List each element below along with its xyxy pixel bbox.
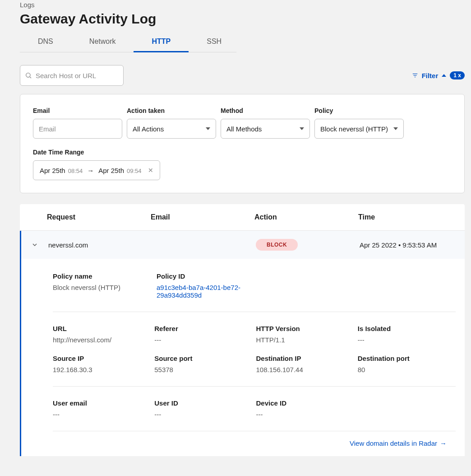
filter-policy-label: Policy <box>314 107 405 114</box>
arrow-right-icon: → <box>87 167 94 174</box>
tab-dns[interactable]: DNS <box>20 33 71 52</box>
filter-panel: Email Email Action taken All Actions Met… <box>20 94 465 193</box>
log-table: Request Email Action Time neverssl.com B… <box>20 204 465 456</box>
svg-marker-5 <box>442 74 446 77</box>
tab-network[interactable]: Network <box>71 33 134 52</box>
breadcrumb[interactable]: Logs <box>20 1 471 9</box>
filter-policy-value: Block neverssl (HTTP) <box>320 125 388 133</box>
label-destination-port: Destination port <box>358 355 456 362</box>
label-destination-ip: Destination IP <box>256 355 354 362</box>
cell-time: Apr 25 2022 • 9:53:53 AM <box>360 241 465 249</box>
tabs: DNS Network HTTP SSH <box>20 33 236 52</box>
time-end: 09:54 <box>127 168 142 174</box>
value-referer: --- <box>154 336 252 344</box>
chevron-down-icon <box>393 127 398 130</box>
filter-count-badge: 1 x <box>450 71 465 79</box>
filter-toggle[interactable]: Filter 1 x <box>412 71 465 79</box>
label-referer: Referer <box>154 325 252 332</box>
label-source-port: Source port <box>154 355 252 362</box>
col-time: Time <box>358 213 465 221</box>
filter-action-value: All Actions <box>133 125 164 133</box>
value-policy-id[interactable]: a91c3eb4-ba7a-4201-be72-29a934dd359d <box>157 284 247 299</box>
search-box[interactable] <box>20 65 124 86</box>
cell-action: BLOCK <box>256 239 360 251</box>
clear-daterange-icon[interactable]: ✕ <box>148 167 153 174</box>
filter-email-label: Email <box>33 107 123 114</box>
svg-line-1 <box>30 77 31 78</box>
arrow-right-icon: → <box>440 439 447 447</box>
page-title: Gateway Activity Log <box>20 11 471 27</box>
label-is-isolated: Is Isolated <box>358 325 456 332</box>
label-policy-name: Policy name <box>53 272 153 280</box>
filter-method-select[interactable]: All Methods <box>221 119 310 139</box>
filter-daterange-label: Date Time Range <box>33 149 452 156</box>
label-user-id: User ID <box>154 399 252 407</box>
value-policy-name: Block neverssl (HTTP) <box>53 284 153 291</box>
chevron-down-icon <box>206 127 210 130</box>
svg-point-0 <box>26 73 30 77</box>
radar-link-text: View domain details in Radar <box>350 439 437 447</box>
row-details: Policy name Block neverssl (HTTP) Policy… <box>20 259 465 456</box>
label-url: URL <box>53 325 151 332</box>
value-destination-port: 80 <box>358 366 456 373</box>
tab-ssh[interactable]: SSH <box>189 33 240 52</box>
label-source-ip: Source IP <box>53 355 151 362</box>
filter-method-label: Method <box>221 107 311 114</box>
value-user-id: --- <box>154 411 252 418</box>
filter-icon <box>412 72 418 79</box>
radar-link[interactable]: View domain details in Radar → <box>350 439 447 447</box>
value-source-port: 55378 <box>154 366 252 373</box>
action-badge: BLOCK <box>256 239 298 251</box>
date-start: Apr 25th <box>40 167 65 174</box>
search-input[interactable] <box>36 72 119 79</box>
filter-action-label: Action taken <box>127 107 217 114</box>
caret-up-icon <box>442 74 446 77</box>
filter-daterange-input[interactable]: Apr 25th 08:54 → Apr 25th 09:54 ✕ <box>33 160 160 180</box>
col-email: Email <box>151 213 254 221</box>
time-start: 08:54 <box>68 168 83 174</box>
table-row[interactable]: neverssl.com BLOCK Apr 25 2022 • 9:53:53… <box>20 231 465 259</box>
label-device-id: Device ID <box>256 399 354 407</box>
expand-row-icon[interactable] <box>21 241 48 249</box>
date-end: Apr 25th <box>98 167 124 174</box>
filter-email-input[interactable]: Email <box>33 119 122 139</box>
filter-action-select[interactable]: All Actions <box>127 119 216 139</box>
col-action: Action <box>254 213 358 221</box>
label-user-email: User email <box>53 399 151 407</box>
value-source-ip: 192.168.30.3 <box>53 366 151 373</box>
cell-request: neverssl.com <box>48 241 152 249</box>
value-user-email: --- <box>53 411 151 418</box>
value-http-version: HTTP/1.1 <box>256 336 354 344</box>
search-icon <box>25 72 32 79</box>
value-device-id: --- <box>256 411 354 418</box>
chevron-down-icon <box>300 127 304 130</box>
label-policy-id: Policy ID <box>157 272 448 280</box>
tab-http[interactable]: HTTP <box>134 33 189 52</box>
col-request: Request <box>47 213 151 221</box>
filter-method-value: All Methods <box>226 125 262 133</box>
label-http-version: HTTP Version <box>256 325 354 332</box>
filter-policy-select[interactable]: Block neverssl (HTTP) <box>314 119 404 139</box>
value-url: http://neverssl.com/ <box>53 336 151 344</box>
value-destination-ip: 108.156.107.44 <box>256 366 354 373</box>
filter-label: Filter <box>422 72 439 79</box>
value-is-isolated: --- <box>358 336 456 344</box>
